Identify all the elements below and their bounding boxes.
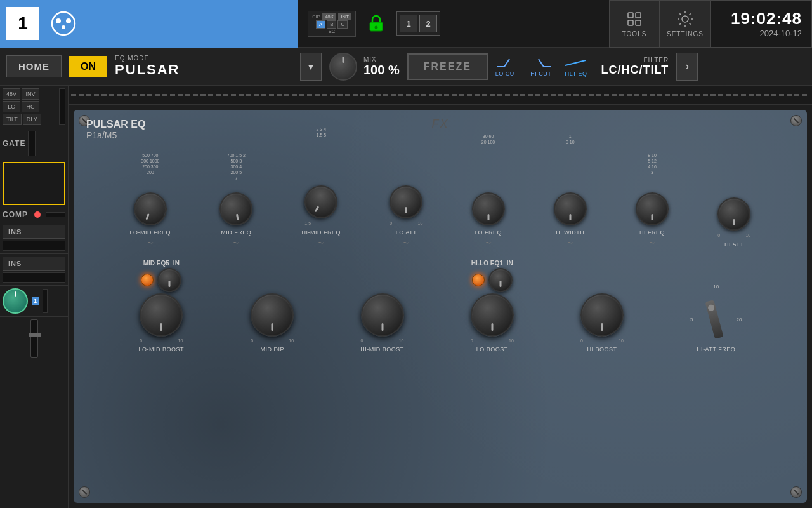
channel-icon [47, 7, 80, 40]
freeze-button[interactable]: FREEZE [407, 53, 488, 80]
mid-eq5-led[interactable] [141, 274, 154, 286]
hi-att-freq-lever[interactable] [705, 300, 724, 339]
hi-mid-freq-knob[interactable] [299, 179, 344, 224]
btn-tilt[interactable]: TILT [3, 114, 22, 125]
datetime-block: 19:02:48 2024-10-12 [710, 0, 812, 48]
lo-mid-freq-wave: 〜 [147, 239, 154, 248]
eq-model-value: PULSAR [115, 62, 292, 78]
hi-att-knob[interactable] [717, 197, 750, 231]
btn-1[interactable]: 1 [400, 15, 417, 32]
sip-rate: 48K [322, 13, 336, 20]
send-knob[interactable] [3, 288, 28, 314]
fader-track[interactable] [30, 319, 38, 358]
btn-hc[interactable]: HC [22, 101, 39, 112]
lo-cut-icon-group[interactable]: LO CUT [495, 57, 518, 77]
eq-model-dropdown[interactable]: ▼ [300, 53, 322, 81]
hi-mid-boost-knob[interactable] [361, 293, 404, 337]
comp-meter [46, 212, 65, 217]
hi-cut-icon-group[interactable]: HI CUT [530, 57, 553, 77]
led-knob-row-1 [141, 268, 181, 292]
mix-text: MIX 100 % [363, 56, 400, 77]
bottom-knobs-row: MID EQ5 IN 010 LO-MID BOOST [86, 255, 794, 352]
sip-b[interactable]: B [327, 20, 336, 29]
next-arrow[interactable]: › [676, 53, 698, 81]
eq-unit-container: FX PULSAR EQ P1a/M5 500 700 300 1000 200… [69, 105, 812, 508]
home-button[interactable]: HOME [6, 55, 62, 77]
gate-label[interactable]: GATE [3, 139, 25, 148]
lo-att-range: 010 [390, 221, 422, 225]
mid-eq5-row: MID EQ5 IN [143, 260, 180, 267]
hi-lo-eq1-led[interactable] [472, 274, 485, 286]
hi-width-knob[interactable] [554, 192, 587, 225]
mid-dip-group: 010 MID DIP [251, 255, 294, 352]
comp-label[interactable]: COMP [3, 210, 28, 219]
mid-eq5-label: MID EQ5 [143, 260, 169, 267]
btn-lc[interactable]: LC [3, 101, 20, 112]
lock-icon[interactable] [362, 10, 390, 37]
sip-abc: A B C [316, 20, 348, 29]
svg-point-1 [56, 18, 61, 23]
top-bar: 1 SIP 48K INT A B C SC [0, 0, 812, 48]
lo-mid-freq-label: LO-MID FREQ [130, 229, 171, 236]
on-button[interactable]: ON [69, 56, 107, 77]
tilt-eq-icon-group[interactable]: TILT EQ [564, 57, 587, 77]
hi-width-wave: 〜 [567, 239, 573, 248]
hi-freq-knob[interactable] [636, 192, 669, 225]
btn-48v[interactable]: 48V [3, 88, 20, 100]
hi-freq-group: 8 10 5 12 4 16 3 HI FREQ 〜 [636, 152, 669, 248]
hi-mid-boost-group: 010 HI-MID BOOST [360, 255, 404, 352]
svg-rect-7 [636, 13, 641, 18]
sip-block: SIP 48K INT A B C SC [308, 11, 356, 37]
hi-att-group: 010 HI ATT [717, 157, 750, 248]
in-knob-2[interactable] [488, 268, 513, 292]
ins1-button[interactable]: INS [3, 225, 65, 239]
lo-boost-label: LO BOOST [476, 346, 508, 352]
hi-mid-freq-wave: 〜 [318, 239, 324, 248]
fader-handle[interactable] [29, 333, 41, 337]
svg-point-10 [682, 16, 688, 22]
ins2-button[interactable]: INS [3, 257, 65, 271]
spectrum-line [71, 94, 809, 96]
fx-slot[interactable] [3, 162, 65, 205]
mid-freq-scale: 700 1.5 2 500 3 300 4 200 5 7 [227, 152, 246, 190]
sip-c[interactable]: C [337, 20, 348, 29]
lo-att-label: LO ATT [396, 229, 417, 236]
comp-indicator [34, 211, 41, 218]
hi-boost-knob[interactable] [580, 293, 624, 337]
lo-att-knob[interactable] [390, 185, 422, 218]
lo-freq-knob[interactable] [472, 192, 505, 225]
settings-button[interactable]: SETTINGS [660, 0, 710, 48]
btn-2[interactable]: 2 [419, 15, 437, 32]
sip-rates: SIP 48K INT [312, 13, 351, 20]
mix-knob[interactable] [329, 53, 357, 81]
lo-boost-knob[interactable] [471, 293, 514, 337]
hi-att-label: HI ATT [724, 241, 743, 248]
top-center: SIP 48K INT A B C SC 1 2 [298, 10, 609, 37]
mid-freq-knob[interactable] [217, 190, 255, 228]
sip-a[interactable]: A [316, 20, 325, 29]
lo-mid-boost-knob[interactable] [140, 293, 183, 337]
svg-point-5 [375, 26, 378, 29]
screw-tr [790, 115, 802, 126]
mid-dip-range: 010 [251, 338, 294, 343]
filter-value: LC/HC/TILT [601, 64, 669, 77]
btn-inv[interactable]: INV [22, 88, 39, 100]
mid-freq-wave: 〜 [233, 239, 239, 248]
hi-lo-eq1-label: HI-LO EQ1 [471, 260, 503, 267]
lo-mid-freq-knob[interactable] [129, 188, 172, 231]
tools-button[interactable]: TOOLS [609, 0, 660, 48]
in-knob-1[interactable] [157, 268, 181, 292]
hi-lo-eq1-row: HI-LO EQ1 IN [471, 260, 513, 267]
ins2-meter [3, 272, 65, 283]
screw-br [790, 486, 802, 498]
mix-block: MIX 100 % [329, 53, 400, 81]
gate-section: GATE [0, 128, 68, 159]
mix-value: 100 % [363, 63, 400, 77]
hi-freq-label: HI FREQ [639, 229, 665, 236]
btn-dly[interactable]: DLY [23, 114, 41, 125]
svg-point-2 [66, 18, 71, 23]
mid-freq-group: 700 1.5 2 500 3 300 4 200 5 7 MID FREQ 〜 [219, 152, 252, 248]
left-sidebar: 48V INV LC HC TILT DLY GATE C [0, 86, 69, 508]
lo-boost-range: 010 [471, 338, 514, 343]
mid-dip-knob[interactable] [251, 293, 294, 337]
